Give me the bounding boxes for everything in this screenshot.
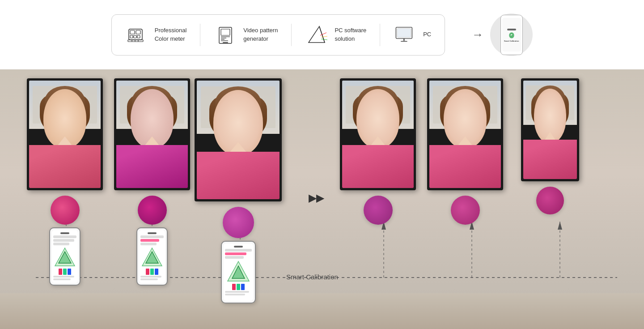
- svg-rect-3: [130, 35, 133, 38]
- jacket-3: [197, 152, 280, 199]
- portrait-2: [116, 81, 188, 188]
- phone-text-1b: [53, 239, 74, 242]
- phone-text-2e: [140, 278, 158, 280]
- pc-icon: [394, 23, 418, 47]
- phone-notch-2: [148, 232, 157, 234]
- workflow-item-color-meter: Professional Color meter: [125, 23, 187, 47]
- bar-3b: [237, 284, 240, 290]
- svg-line-20: [321, 36, 327, 37]
- jacket-1: [29, 145, 101, 188]
- video-pattern-icon: [214, 23, 238, 47]
- phone-text-3b: [225, 252, 246, 255]
- phone-text-3a: [225, 249, 252, 252]
- bar-1c: [68, 269, 71, 275]
- bar-3a: [232, 284, 236, 290]
- phone-text-2c: [140, 243, 157, 245]
- smart-cal-app-icon: [508, 32, 515, 39]
- jacket-6: [523, 140, 577, 179]
- phone-device-1: [49, 227, 80, 286]
- svg-line-21: [321, 39, 327, 40]
- phone-text-3d: [225, 291, 249, 293]
- phone-circle-background: Smart Calibration: [490, 13, 533, 56]
- tv-screen-3: [197, 81, 280, 199]
- phone-text-1e: [53, 278, 71, 280]
- tv-screen-2: [116, 81, 188, 188]
- color-circle-6: [536, 187, 564, 214]
- jacket-4: [342, 145, 414, 188]
- smart-cal-phone-device: Smart Calibration: [500, 15, 523, 55]
- gamut-chart-3: [227, 261, 250, 282]
- bar-1b: [63, 269, 67, 275]
- phone-text-2a: [140, 235, 164, 238]
- svg-rect-4: [134, 35, 136, 38]
- smart-cal-label-phone: Smart Calibration: [504, 40, 519, 42]
- color-meter-label: Professional Color meter: [155, 26, 187, 43]
- svg-rect-6: [128, 40, 143, 42]
- svg-rect-23: [397, 28, 411, 37]
- bar-1a: [59, 269, 62, 275]
- phone-device-2: [136, 227, 168, 286]
- display-group-2: [114, 78, 190, 286]
- pc-software-icon: [305, 23, 329, 47]
- tv-display-5: [427, 78, 503, 190]
- phone-text-3e: [225, 294, 245, 295]
- scene-section: ▶▶: [0, 69, 644, 329]
- tv-display-4: [340, 78, 416, 190]
- svg-rect-16: [223, 42, 228, 43]
- display-group-3: [195, 78, 282, 303]
- display-group-1: [27, 78, 103, 286]
- pc-software-label: PC software solution: [335, 26, 366, 43]
- svg-rect-1: [130, 30, 135, 34]
- svg-rect-2: [136, 30, 140, 34]
- phone-text-2d: [140, 276, 161, 278]
- workflow-box: Professional Color meter Video pattern: [111, 14, 445, 56]
- phone-notch-top: [507, 29, 516, 30]
- svg-rect-11: [221, 29, 230, 35]
- portrait-5: [429, 81, 501, 188]
- gamut-chart-1: [54, 247, 76, 267]
- pc-label: PC: [423, 30, 431, 38]
- divider-3: [380, 24, 380, 46]
- color-bars-3: [225, 284, 252, 290]
- phone-screen-1: [52, 230, 78, 283]
- portrait-4: [342, 81, 414, 188]
- gamut-chart-2: [141, 247, 163, 267]
- tv-display-3: [195, 78, 282, 201]
- display-group-4: [340, 78, 416, 225]
- phone-screen-3: [224, 244, 253, 301]
- color-circle-5: [451, 196, 480, 225]
- header-section: Professional Color meter Video pattern: [0, 0, 644, 69]
- phone-text-1c: [53, 243, 69, 245]
- smart-calibration-phone-top: Smart Calibration: [490, 13, 533, 56]
- phone-text-3c: [225, 256, 244, 259]
- bar-3c: [241, 284, 245, 290]
- workflow-arrow: →: [472, 28, 483, 42]
- color-circle-4: [364, 196, 393, 225]
- phone-notch-1: [60, 232, 69, 234]
- display-group-6: [521, 78, 579, 214]
- svg-line-19: [320, 33, 326, 35]
- phone-text-1a: [53, 235, 76, 238]
- phone-screen-2: [139, 230, 165, 283]
- portrait-6: [523, 81, 577, 179]
- tv-screen-6: [523, 81, 577, 179]
- tv-screen-5: [429, 81, 501, 188]
- bar-2b: [150, 269, 154, 275]
- jacket-5: [429, 145, 501, 188]
- smart-calibration-scene-label: Smart Calibration: [286, 273, 338, 281]
- phone-device-3: [221, 241, 256, 303]
- workflow-item-pc: PC: [394, 23, 431, 47]
- tv-display-1: [27, 78, 103, 190]
- tv-display-6: [521, 78, 579, 181]
- divider-2: [291, 24, 292, 46]
- color-circle-1: [51, 196, 80, 225]
- bar-2c: [155, 269, 158, 275]
- bar-2a: [146, 269, 149, 275]
- tv-display-2: [114, 78, 190, 190]
- tv-screen-4: [342, 81, 414, 188]
- portrait-3: [197, 81, 280, 199]
- workflow-item-pc-software: PC software solution: [305, 23, 366, 47]
- phone-text-2b: [140, 239, 159, 242]
- smart-cal-phone-screen: Smart Calibration: [502, 18, 521, 51]
- svg-rect-5: [137, 35, 140, 38]
